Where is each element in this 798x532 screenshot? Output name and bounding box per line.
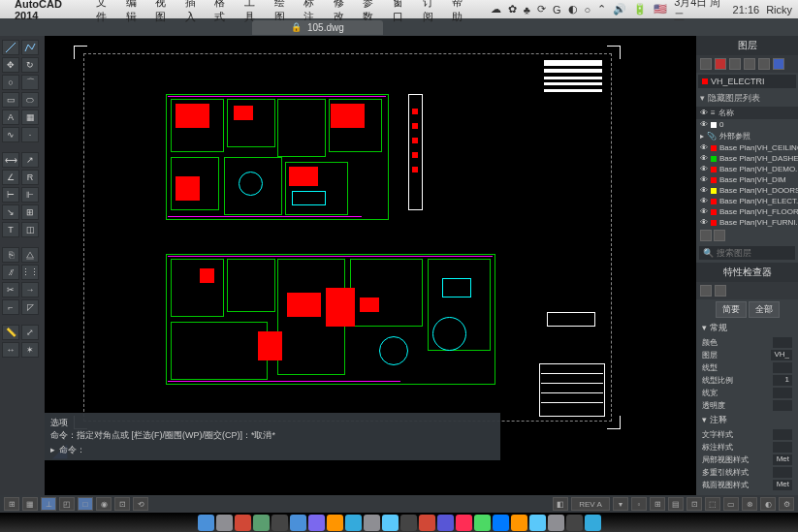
layer-tool-icon[interactable]: [744, 58, 755, 70]
tool-array[interactable]: ⋮⋮: [21, 265, 39, 280]
props-all-button[interactable]: 全部: [749, 301, 780, 318]
dock-app-icon[interactable]: [566, 515, 583, 531]
layer-add-icon[interactable]: [700, 230, 712, 241]
dock-app-icon[interactable]: [216, 515, 233, 531]
tool-dim-radius[interactable]: R: [21, 170, 39, 185]
layer-row[interactable]: 👁Base Plan|VH_ELECT...: [696, 196, 798, 206]
app-name[interactable]: AutoCAD 2014: [15, 0, 87, 21]
layer-row[interactable]: 👁Base Plan|VH_CEILING: [696, 142, 798, 153]
tool-mtext[interactable]: T: [2, 222, 19, 237]
status-toggle[interactable]: ▾: [613, 497, 628, 511]
layer-row[interactable]: 👁Base Plan|VH_DOORS: [696, 185, 798, 196]
menubar-time[interactable]: 21:16: [733, 4, 760, 16]
tool-polyline[interactable]: [21, 40, 39, 55]
status-toggle[interactable]: ▦: [22, 497, 38, 511]
layer-row[interactable]: 👁Base Plan|VH_FURNI...: [696, 217, 798, 228]
layer-row[interactable]: 👁Base Plan|VH_DASHED: [696, 153, 798, 164]
layer-row[interactable]: 👁0: [696, 119, 798, 130]
dock-app-icon[interactable]: [456, 515, 472, 531]
status-toggle[interactable]: ⊡: [114, 497, 130, 511]
dock-app-icon[interactable]: [382, 515, 399, 531]
layer-tool-icon[interactable]: [700, 58, 712, 70]
tool-copy[interactable]: ⎘: [2, 247, 19, 263]
tool-hatch[interactable]: ▦: [21, 110, 39, 125]
status-toggle[interactable]: ◉: [96, 497, 112, 511]
property-row[interactable]: 线型: [696, 361, 798, 374]
property-row[interactable]: 文字样式: [696, 428, 798, 441]
tool-dim-aligned[interactable]: ↗: [21, 152, 39, 168]
tool-extend[interactable]: →: [21, 282, 39, 297]
tool-line[interactable]: [2, 40, 19, 55]
volume-icon[interactable]: 🔊: [613, 3, 626, 16]
layer-search[interactable]: 🔍: [699, 246, 795, 260]
tool-dim-angular[interactable]: ∠: [2, 170, 19, 185]
battery-icon[interactable]: 🔋: [633, 3, 647, 16]
menu-insert[interactable]: 插入: [185, 0, 207, 24]
prop-tool-icon[interactable]: [700, 285, 712, 297]
property-row[interactable]: 颜色: [696, 336, 798, 349]
menubar-user[interactable]: Ricky: [766, 4, 792, 16]
status-toggle[interactable]: ◐: [760, 497, 776, 511]
status-icon[interactable]: ⟳: [537, 3, 546, 16]
tool-rect[interactable]: ▭: [2, 92, 19, 108]
property-row[interactable]: 线型比例1: [696, 374, 798, 387]
tool-arc[interactable]: ⌒: [21, 75, 39, 90]
status-icon[interactable]: ○: [585, 4, 591, 16]
property-row[interactable]: 标注样式: [696, 441, 798, 454]
property-row[interactable]: 截面视图样式Met: [696, 479, 798, 491]
command-line[interactable]: 选项 命令：指定对角点或 [栏选(F)/圈围(WP)/圈交(CP)]：*取消* …: [45, 413, 500, 460]
status-icon[interactable]: ☁: [491, 3, 501, 16]
tool-trim[interactable]: ✂: [2, 282, 19, 297]
dock-app-icon[interactable]: [474, 515, 491, 531]
layer-search-input[interactable]: [717, 248, 784, 258]
tool-table[interactable]: ⊞: [21, 204, 39, 220]
document-tab[interactable]: 🔒 105.dwg: [252, 20, 383, 35]
dock-app-icon[interactable]: [327, 515, 343, 531]
dock-app-icon[interactable]: [364, 515, 380, 531]
prop-tool-icon[interactable]: [715, 285, 726, 297]
status-toggle[interactable]: ⊞: [4, 497, 19, 511]
menu-help[interactable]: 帮助: [452, 0, 473, 24]
tool-move[interactable]: ✥: [2, 57, 19, 73]
status-toggle[interactable]: ⚙: [779, 497, 794, 511]
tool-mirror[interactable]: ⧋: [21, 247, 39, 263]
dock-app-icon[interactable]: [437, 515, 454, 531]
tool-offset[interactable]: ⫽: [2, 265, 19, 280]
tool-block[interactable]: ◫: [21, 222, 39, 237]
menu-window[interactable]: 窗口: [393, 0, 414, 24]
input-flag-icon[interactable]: 🇺🇸: [654, 3, 667, 16]
status-toggle[interactable]: ⊗: [742, 497, 757, 511]
property-row[interactable]: 透明度: [696, 399, 798, 412]
current-layer-dropdown[interactable]: VH_ELECTRI: [698, 75, 796, 88]
wifi-icon[interactable]: ⌃: [597, 3, 606, 16]
status-toggle[interactable]: ▫: [631, 497, 647, 511]
dock-app-icon[interactable]: [235, 515, 251, 531]
status-icon[interactable]: G: [553, 4, 561, 16]
dock-app-icon[interactable]: [253, 515, 270, 531]
menu-edit[interactable]: 编辑: [126, 0, 147, 24]
dock-app-icon[interactable]: [511, 515, 527, 531]
tool-ellipse[interactable]: ⬭: [21, 92, 39, 108]
dock-app-icon[interactable]: [345, 515, 362, 531]
menu-format[interactable]: 格式: [214, 0, 236, 24]
status-toggle[interactable]: ⊡: [686, 497, 702, 511]
status-icon[interactable]: ◐: [568, 3, 578, 16]
props-group-annotation[interactable]: ▾ 注释: [696, 412, 798, 428]
dock-app-icon[interactable]: [493, 515, 509, 531]
status-icon[interactable]: ✿: [508, 3, 517, 16]
status-toggle[interactable]: □: [78, 497, 93, 511]
tool-fillet[interactable]: ⌐: [2, 299, 19, 315]
menubar-date[interactable]: 3月4日 周二: [674, 0, 725, 24]
status-toggle[interactable]: ⊥: [41, 497, 56, 511]
tool-chamfer[interactable]: ◸: [21, 299, 39, 315]
dock-app-icon[interactable]: [198, 515, 214, 531]
tool-dim-linear[interactable]: ⟷: [2, 152, 19, 168]
layer-row[interactable]: ▸📎外部参照: [696, 130, 798, 142]
status-toggle[interactable]: ⟲: [133, 497, 148, 511]
property-row[interactable]: 多重引线样式: [696, 466, 798, 479]
dock-app-icon[interactable]: [529, 515, 546, 531]
layer-row[interactable]: 👁Base Plan|VH_DIM: [696, 174, 798, 185]
dock-app-icon[interactable]: [585, 515, 601, 531]
layer-row[interactable]: 👁Base Plan|VH_FLOOR: [696, 206, 798, 217]
tool-dim-baseline[interactable]: ⊩: [21, 187, 39, 203]
